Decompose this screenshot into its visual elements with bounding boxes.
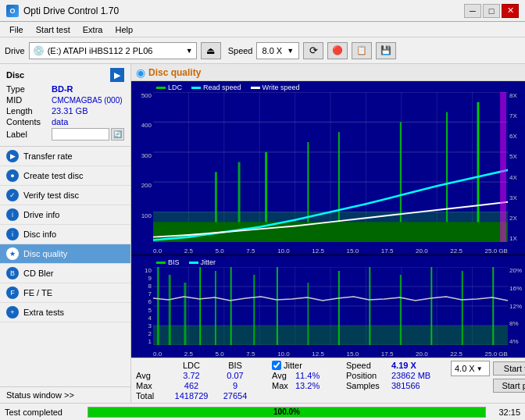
svg-rect-43 (169, 275, 171, 345)
status-time: 32:15 (491, 408, 520, 417)
charts-area: LDC Read speed Write speed 500 400 30 (131, 81, 525, 358)
speed-pos-stats: Speed 4.19 X Position 23862 MB Samples 3… (346, 361, 448, 390)
disc-info-icon: i (6, 228, 19, 240)
transfer-rate-icon: ▶ (6, 150, 19, 162)
start-part-button[interactable]: Start part (493, 379, 525, 393)
nav-item-verify-test-disc[interactable]: ✓ Verify test disc (0, 186, 130, 205)
status-text: Test completed (5, 408, 83, 417)
svg-rect-54 (430, 267, 432, 345)
cd-bler-icon: B (6, 267, 19, 279)
speed-stat-value: 4.19 X (391, 361, 416, 370)
bottom-y-axis-left: 10 9 8 7 6 5 4 3 2 1 (131, 267, 153, 345)
svg-rect-55 (462, 271, 463, 345)
drive-label: Drive (5, 46, 25, 55)
drive-icon: 💿 (33, 45, 45, 56)
chart-icon: ◉ (136, 66, 145, 79)
drive-select[interactable]: 💿 (E:) ATAPI iHBS112 2 PL06 ▼ (29, 42, 197, 59)
jitter-max-value: 13.2% (295, 381, 320, 390)
contents-value: data (52, 117, 68, 126)
avg-bis-value: 0.07 (216, 371, 255, 380)
jitter-avg-label: Avg (272, 371, 295, 380)
total-label: Total (136, 391, 167, 400)
total-ldc-value: 1418729 (167, 391, 216, 400)
extra-tests-icon: + (6, 306, 19, 319)
jitter-legend-color (189, 262, 198, 264)
nav-item-transfer-rate[interactable]: ▶ Transfer rate (0, 147, 130, 166)
contents-label: Contents (6, 117, 52, 126)
type-value: BD-R (52, 84, 73, 94)
menu-extra[interactable]: Extra (77, 24, 109, 35)
bottom-y-axis-right: 20% 16% 12% 8% 4% (508, 267, 525, 345)
right-content: ◉ Disc quality LDC Read speed (131, 64, 525, 403)
speed-select-2[interactable]: 4.0 X ▼ (451, 361, 490, 376)
disc-arrow-btn[interactable]: ▶ (110, 68, 124, 82)
svg-rect-45 (199, 267, 201, 345)
avg-ldc-value: 3.72 (167, 371, 216, 380)
speed-select-value: 4.0 X (455, 364, 475, 373)
speed-value: 8.0 X (262, 46, 282, 55)
nav-list: ▶ Transfer rate ● Create test disc ✓ Ver… (0, 147, 130, 386)
top-chart: LDC Read speed Write speed 500 400 30 (131, 81, 525, 256)
position-value: 23862 MB (391, 371, 430, 380)
save-button[interactable]: 💾 (376, 42, 396, 59)
mid-value: CMCMAGBA5 (000) (52, 96, 123, 105)
jitter-checkbox[interactable] (272, 361, 281, 370)
ldc-legend-color (156, 87, 166, 89)
nav-item-disc-info[interactable]: i Disc info (0, 225, 130, 244)
close-button[interactable]: ✕ (502, 4, 519, 18)
stats-area: LDC BIS Avg 3.72 0.07 Max 462 9 Total (131, 358, 525, 403)
nav-item-drive-info[interactable]: i Drive info (0, 205, 130, 225)
toolbar-btn-3[interactable]: 📋 (352, 42, 372, 59)
maximize-button[interactable]: □ (483, 4, 500, 18)
toolbar-btn-2[interactable]: 🔴 (327, 42, 348, 59)
svg-rect-51 (338, 271, 340, 345)
read-speed-legend-label: Read speed (203, 84, 241, 91)
max-label: Max (136, 381, 167, 390)
progress-text: 100.0% (88, 408, 485, 417)
svg-rect-24 (477, 102, 480, 242)
menu-start-test[interactable]: Start test (30, 24, 77, 35)
drive-info-icon: i (6, 208, 19, 221)
svg-rect-53 (400, 275, 402, 345)
start-full-button[interactable]: Start full (493, 361, 525, 376)
nav-item-cd-bler[interactable]: B CD Bler (0, 264, 130, 283)
fe-te-label: FE / TE (23, 288, 52, 297)
status-window-label: Status window >> (6, 390, 74, 400)
label-input[interactable] (52, 128, 109, 141)
length-value: 23.31 GB (52, 106, 88, 116)
chart-titlebar: ◉ Disc quality (131, 64, 525, 81)
speed-select-chevron-icon: ▼ (477, 365, 483, 372)
menu-help[interactable]: Help (109, 24, 139, 35)
ldc-col-header: LDC (167, 361, 216, 370)
label-label: Label (6, 130, 52, 139)
create-test-disc-icon: ● (6, 169, 19, 182)
type-label: Type (6, 84, 52, 94)
jitter-avg-value: 11.4% (295, 371, 320, 380)
top-y-axis-left: 500 400 300 200 100 (131, 92, 153, 242)
ldc-bis-stats: LDC BIS Avg 3.72 0.07 Max 462 9 Total (136, 361, 269, 400)
disc-quality-icon: ★ (6, 247, 19, 260)
nav-item-create-test-disc[interactable]: ● Create test disc (0, 166, 130, 186)
nav-item-disc-quality[interactable]: ★ Disc quality (0, 244, 130, 264)
minimize-button[interactable]: ─ (464, 4, 481, 18)
menu-file[interactable]: File (3, 24, 30, 35)
top-x-axis: 0.0 2.5 5.0 7.5 10.0 12.5 15.0 17.5 20.0… (153, 247, 508, 254)
top-y-axis-right: 8X 7X 6X 5X 4X 3X 2X 1X (508, 92, 525, 242)
status-window-btn[interactable]: Status window >> (0, 386, 130, 403)
toolbar-btn-1[interactable]: ⟳ (303, 42, 323, 59)
svg-rect-42 (157, 267, 159, 345)
length-label: Length (6, 106, 52, 116)
nav-item-extra-tests[interactable]: + Extra tests (0, 303, 130, 322)
speed-select[interactable]: 8.0 X ▼ (256, 42, 299, 59)
bis-col-header: BIS (216, 361, 255, 370)
svg-rect-41 (153, 326, 508, 345)
nav-item-fe-te[interactable]: F FE / TE (0, 283, 130, 303)
eject-button[interactable]: ⏏ (201, 42, 221, 59)
main-content: Disc ▶ Type BD-R MID CMCMAGBA5 (000) Len… (0, 64, 525, 403)
bis-legend-color (156, 262, 166, 264)
avg-label: Avg (136, 371, 167, 380)
label-btn[interactable]: 🔄 (111, 128, 124, 141)
fe-te-icon: F (6, 287, 19, 299)
controls-area: 4.0 X ▼ Start full Start part (451, 361, 525, 393)
speed-label: Speed (228, 46, 253, 55)
